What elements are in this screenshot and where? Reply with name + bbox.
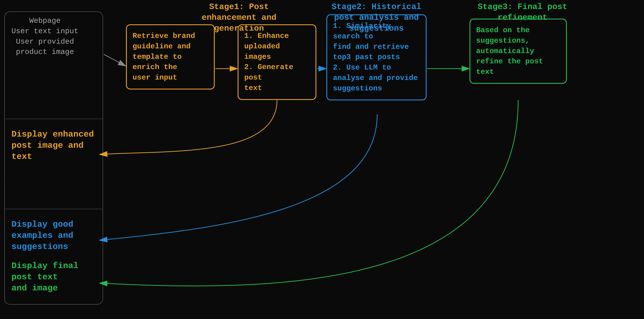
svg-line-4 <box>104 54 125 66</box>
output-final-label: Display finalpost textand image <box>12 260 78 294</box>
enhance-box: 1. Enhance uploadedimages2. Generate pos… <box>238 24 316 100</box>
output-suggestions-label: Display goodexamples andsuggestions <box>12 219 73 252</box>
diagram: Webpage User text input User provided pr… <box>0 0 644 319</box>
retrieve-box: Retrieve brandguideline andtemplate toen… <box>126 24 215 89</box>
refine-box: Based on thesuggestions,automaticallyref… <box>470 18 567 84</box>
analysis-box: 1. Similarity search tofind and retrieve… <box>326 14 426 100</box>
user-text-label: User text input <box>12 26 78 37</box>
user-provided-label: User provided <box>12 37 78 47</box>
divider-1 <box>4 119 103 119</box>
product-image-label: product image <box>12 47 78 57</box>
divider-2 <box>4 209 103 209</box>
left-panel-inputs: Webpage User text input User provided pr… <box>12 16 78 57</box>
webpage-label: Webpage <box>12 16 78 26</box>
output-enhanced-label: Display enhancedpost image andtext <box>12 129 94 162</box>
